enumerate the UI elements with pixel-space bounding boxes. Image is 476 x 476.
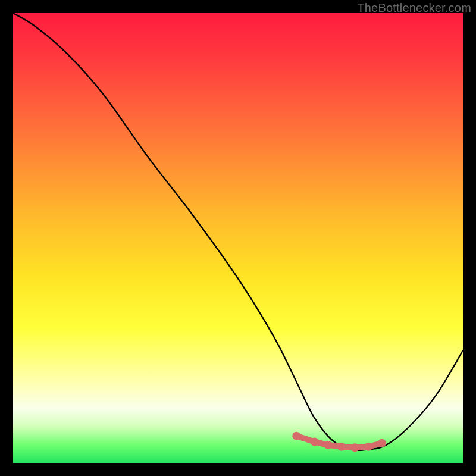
chart-frame: TheBottlenecker.com <box>0 0 476 476</box>
optimal-zone-dot <box>292 432 300 440</box>
plot-area <box>13 13 463 463</box>
optimal-zone-dot <box>351 443 359 452</box>
optimal-zone-dot <box>378 439 386 447</box>
optimal-zone-markers <box>292 432 386 452</box>
optimal-zone-dot <box>324 441 332 449</box>
chart-svg <box>13 13 463 463</box>
optimal-zone-dot <box>311 437 319 446</box>
optimal-zone-dot <box>364 443 372 451</box>
optimal-zone-dot <box>337 443 346 451</box>
bottleneck-curve <box>13 13 463 450</box>
